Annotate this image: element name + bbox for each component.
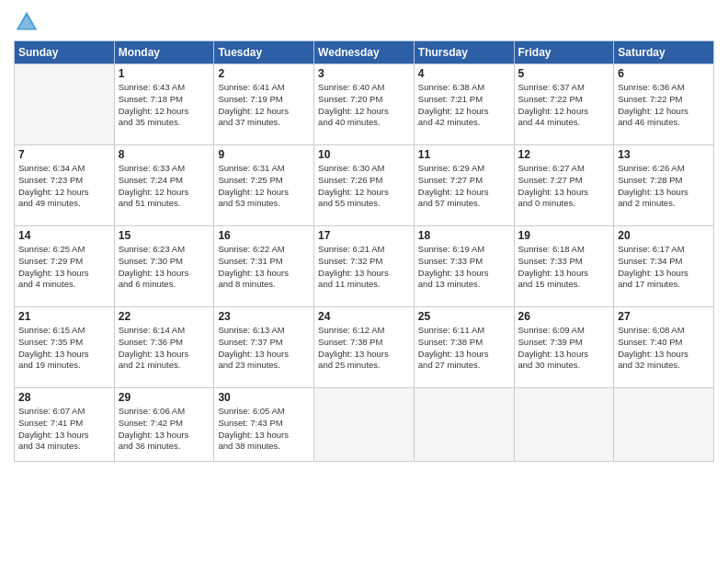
day-number: 24 bbox=[318, 310, 410, 323]
calendar-week-row: 28Sunrise: 6:07 AMSunset: 7:41 PMDayligh… bbox=[15, 388, 714, 462]
calendar-cell: 21Sunrise: 6:15 AMSunset: 7:35 PMDayligh… bbox=[15, 307, 115, 388]
calendar-header-thursday: Thursday bbox=[414, 41, 514, 64]
day-number: 13 bbox=[618, 148, 710, 161]
cell-info: Sunrise: 6:17 AMSunset: 7:34 PMDaylight:… bbox=[618, 244, 710, 291]
calendar-cell: 12Sunrise: 6:27 AMSunset: 7:27 PMDayligh… bbox=[514, 145, 614, 226]
day-number: 15 bbox=[119, 229, 210, 242]
calendar-cell: 14Sunrise: 6:25 AMSunset: 7:29 PMDayligh… bbox=[15, 226, 115, 307]
cell-info: Sunrise: 6:06 AMSunset: 7:42 PMDaylight:… bbox=[119, 406, 210, 453]
page: SundayMondayTuesdayWednesdayThursdayFrid… bbox=[0, 0, 728, 563]
cell-info: Sunrise: 6:05 AMSunset: 7:43 PMDaylight:… bbox=[218, 406, 310, 453]
calendar-header-saturday: Saturday bbox=[614, 41, 714, 64]
cell-info: Sunrise: 6:07 AMSunset: 7:41 PMDaylight:… bbox=[18, 406, 110, 453]
calendar-cell bbox=[314, 388, 415, 462]
day-number: 8 bbox=[119, 148, 210, 161]
calendar-cell: 10Sunrise: 6:30 AMSunset: 7:26 PMDayligh… bbox=[314, 145, 415, 226]
cell-info: Sunrise: 6:22 AMSunset: 7:31 PMDaylight:… bbox=[218, 244, 310, 291]
day-number: 29 bbox=[119, 391, 210, 404]
cell-info: Sunrise: 6:18 AMSunset: 7:33 PMDaylight:… bbox=[518, 244, 610, 291]
calendar-header-friday: Friday bbox=[514, 41, 614, 64]
cell-info: Sunrise: 6:19 AMSunset: 7:33 PMDaylight:… bbox=[418, 244, 510, 291]
day-number: 22 bbox=[119, 310, 210, 323]
day-number: 9 bbox=[218, 148, 310, 161]
cell-info: Sunrise: 6:31 AMSunset: 7:25 PMDaylight:… bbox=[218, 163, 310, 210]
calendar-header-tuesday: Tuesday bbox=[214, 41, 314, 64]
cell-info: Sunrise: 6:12 AMSunset: 7:38 PMDaylight:… bbox=[318, 325, 410, 372]
day-number: 26 bbox=[518, 310, 610, 323]
calendar-cell: 20Sunrise: 6:17 AMSunset: 7:34 PMDayligh… bbox=[614, 226, 714, 307]
calendar-cell bbox=[514, 388, 614, 462]
calendar-cell: 23Sunrise: 6:13 AMSunset: 7:37 PMDayligh… bbox=[214, 307, 314, 388]
calendar-cell: 17Sunrise: 6:21 AMSunset: 7:32 PMDayligh… bbox=[314, 226, 415, 307]
day-number: 11 bbox=[418, 148, 510, 161]
calendar-cell: 25Sunrise: 6:11 AMSunset: 7:38 PMDayligh… bbox=[414, 307, 514, 388]
cell-info: Sunrise: 6:27 AMSunset: 7:27 PMDaylight:… bbox=[518, 163, 610, 210]
cell-info: Sunrise: 6:29 AMSunset: 7:27 PMDaylight:… bbox=[418, 163, 510, 210]
calendar-cell: 4Sunrise: 6:38 AMSunset: 7:21 PMDaylight… bbox=[414, 64, 514, 145]
day-number: 3 bbox=[318, 67, 410, 80]
day-number: 4 bbox=[418, 67, 510, 80]
calendar-cell: 18Sunrise: 6:19 AMSunset: 7:33 PMDayligh… bbox=[414, 226, 514, 307]
calendar-cell: 11Sunrise: 6:29 AMSunset: 7:27 PMDayligh… bbox=[414, 145, 514, 226]
day-number: 16 bbox=[218, 229, 310, 242]
day-number: 2 bbox=[218, 67, 310, 80]
cell-info: Sunrise: 6:15 AMSunset: 7:35 PMDaylight:… bbox=[18, 325, 110, 372]
logo bbox=[14, 9, 41, 35]
calendar-cell: 28Sunrise: 6:07 AMSunset: 7:41 PMDayligh… bbox=[15, 388, 115, 462]
calendar-cell: 19Sunrise: 6:18 AMSunset: 7:33 PMDayligh… bbox=[514, 226, 614, 307]
day-number: 27 bbox=[618, 310, 710, 323]
cell-info: Sunrise: 6:38 AMSunset: 7:21 PMDaylight:… bbox=[418, 82, 510, 129]
calendar-cell: 8Sunrise: 6:33 AMSunset: 7:24 PMDaylight… bbox=[114, 145, 214, 226]
cell-info: Sunrise: 6:21 AMSunset: 7:32 PMDaylight:… bbox=[318, 244, 410, 291]
day-number: 25 bbox=[418, 310, 510, 323]
cell-info: Sunrise: 6:36 AMSunset: 7:22 PMDaylight:… bbox=[618, 82, 710, 129]
calendar-cell: 15Sunrise: 6:23 AMSunset: 7:30 PMDayligh… bbox=[114, 226, 214, 307]
calendar-cell: 7Sunrise: 6:34 AMSunset: 7:23 PMDaylight… bbox=[15, 145, 115, 226]
calendar-cell: 16Sunrise: 6:22 AMSunset: 7:31 PMDayligh… bbox=[214, 226, 314, 307]
calendar-cell bbox=[614, 388, 714, 462]
calendar-week-row: 1Sunrise: 6:43 AMSunset: 7:18 PMDaylight… bbox=[15, 64, 714, 145]
cell-info: Sunrise: 6:25 AMSunset: 7:29 PMDaylight:… bbox=[18, 244, 110, 291]
calendar-cell: 1Sunrise: 6:43 AMSunset: 7:18 PMDaylight… bbox=[114, 64, 214, 145]
day-number: 17 bbox=[318, 229, 410, 242]
calendar-header-monday: Monday bbox=[114, 41, 214, 64]
calendar-cell: 2Sunrise: 6:41 AMSunset: 7:19 PMDaylight… bbox=[214, 64, 314, 145]
day-number: 14 bbox=[18, 229, 110, 242]
day-number: 23 bbox=[218, 310, 310, 323]
cell-info: Sunrise: 6:34 AMSunset: 7:23 PMDaylight:… bbox=[18, 163, 110, 210]
cell-info: Sunrise: 6:37 AMSunset: 7:22 PMDaylight:… bbox=[518, 82, 610, 129]
cell-info: Sunrise: 6:26 AMSunset: 7:28 PMDaylight:… bbox=[618, 163, 710, 210]
calendar-cell: 22Sunrise: 6:14 AMSunset: 7:36 PMDayligh… bbox=[114, 307, 214, 388]
calendar-cell: 9Sunrise: 6:31 AMSunset: 7:25 PMDaylight… bbox=[214, 145, 314, 226]
day-number: 20 bbox=[618, 229, 710, 242]
day-number: 12 bbox=[518, 148, 610, 161]
calendar-table: SundayMondayTuesdayWednesdayThursdayFrid… bbox=[14, 40, 714, 462]
calendar-cell: 5Sunrise: 6:37 AMSunset: 7:22 PMDaylight… bbox=[514, 64, 614, 145]
cell-info: Sunrise: 6:23 AMSunset: 7:30 PMDaylight:… bbox=[119, 244, 210, 291]
calendar-cell: 3Sunrise: 6:40 AMSunset: 7:20 PMDaylight… bbox=[314, 64, 415, 145]
calendar-header-wednesday: Wednesday bbox=[314, 41, 415, 64]
day-number: 10 bbox=[318, 148, 410, 161]
calendar-week-row: 21Sunrise: 6:15 AMSunset: 7:35 PMDayligh… bbox=[15, 307, 714, 388]
cell-info: Sunrise: 6:08 AMSunset: 7:40 PMDaylight:… bbox=[618, 325, 710, 372]
logo-icon bbox=[14, 9, 40, 35]
calendar-cell: 27Sunrise: 6:08 AMSunset: 7:40 PMDayligh… bbox=[614, 307, 714, 388]
day-number: 7 bbox=[18, 148, 110, 161]
day-number: 1 bbox=[119, 67, 210, 80]
day-number: 28 bbox=[18, 391, 110, 404]
calendar-cell: 6Sunrise: 6:36 AMSunset: 7:22 PMDaylight… bbox=[614, 64, 714, 145]
calendar-header-sunday: Sunday bbox=[15, 41, 115, 64]
day-number: 18 bbox=[418, 229, 510, 242]
cell-info: Sunrise: 6:41 AMSunset: 7:19 PMDaylight:… bbox=[218, 82, 310, 129]
calendar-cell bbox=[15, 64, 115, 145]
calendar-cell: 24Sunrise: 6:12 AMSunset: 7:38 PMDayligh… bbox=[314, 307, 415, 388]
calendar-cell bbox=[414, 388, 514, 462]
calendar-week-row: 14Sunrise: 6:25 AMSunset: 7:29 PMDayligh… bbox=[15, 226, 714, 307]
cell-info: Sunrise: 6:14 AMSunset: 7:36 PMDaylight:… bbox=[119, 325, 210, 372]
day-number: 21 bbox=[18, 310, 110, 323]
day-number: 19 bbox=[518, 229, 610, 242]
day-number: 6 bbox=[618, 67, 710, 80]
cell-info: Sunrise: 6:11 AMSunset: 7:38 PMDaylight:… bbox=[418, 325, 510, 372]
calendar-cell: 26Sunrise: 6:09 AMSunset: 7:39 PMDayligh… bbox=[514, 307, 614, 388]
cell-info: Sunrise: 6:13 AMSunset: 7:37 PMDaylight:… bbox=[218, 325, 310, 372]
